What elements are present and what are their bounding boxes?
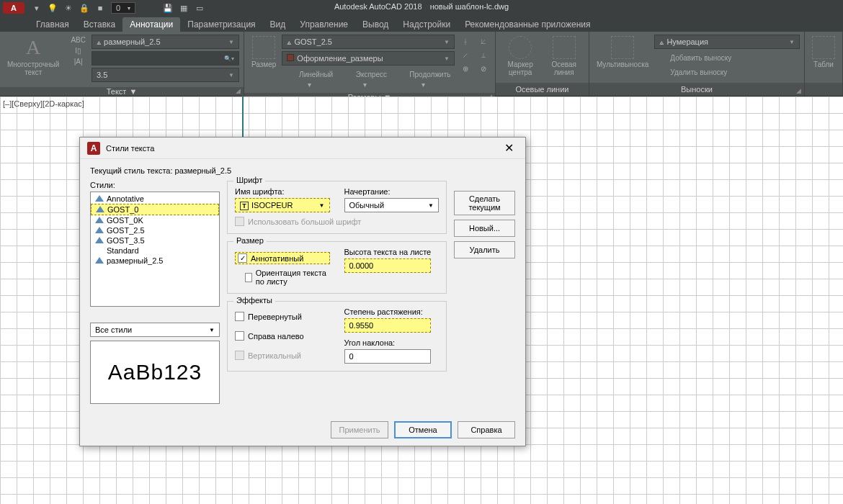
continue-btn[interactable]: Продолжить ▾ [393, 68, 455, 90]
dim-layer-drop[interactable]: Оформление_размеры▼ [282, 51, 455, 66]
ribbon: AМногострочный текст ABC I▯ |A| ⟁ размер… [0, 32, 843, 96]
panel-table-label [805, 83, 842, 96]
panel-axis-label: Осевые линии [496, 83, 589, 96]
square-icon[interactable]: ■ [94, 2, 106, 14]
remove-leader-btn[interactable]: Удалить выноску [654, 66, 800, 80]
cancel-button[interactable]: Отмена [394, 421, 452, 438]
annotative-checkbox[interactable]: ✓Аннотативный [235, 252, 330, 264]
height-label: Высота текста на листе [344, 248, 440, 256]
vertical-checkbox: Вертикальный [235, 351, 330, 360]
center-line-button[interactable]: Осевая линия [543, 35, 584, 78]
tab-аннотации[interactable]: Аннотации [122, 17, 180, 32]
save-icon[interactable]: 💾 [162, 2, 174, 14]
app-logo[interactable]: A [3, 2, 24, 14]
current-style-label: Текущий стиль текста: размерный_2.5 [90, 166, 515, 175]
orient-checkbox[interactable]: Ориентация текста по листу [245, 269, 330, 286]
tab-главная[interactable]: Главная [29, 17, 76, 32]
dim-icon2[interactable]: ⟋ [459, 50, 472, 60]
styles-listbox[interactable]: AnnotativeGOST_0GOST_0KGOST_2.5GOST_3.5S… [90, 192, 220, 307]
leader-style-drop[interactable]: ⟁ Нумерация▼ [654, 35, 800, 49]
lock-icon[interactable]: 🔒 [79, 2, 90, 14]
tab-вставка[interactable]: Вставка [76, 17, 123, 32]
text-icon3[interactable]: |A| [68, 56, 89, 67]
style-item[interactable]: GOST_0K [91, 215, 219, 225]
bulb-icon[interactable]: 💡 [47, 2, 58, 14]
misc-icon[interactable]: ▭ [194, 2, 205, 14]
style-item[interactable]: Standard [91, 246, 219, 256]
angle-input[interactable]: 0 [344, 349, 431, 364]
tab-надстройки[interactable]: Надстройки [396, 17, 458, 32]
dialog-logo-icon: A [87, 142, 100, 155]
dim-style-drop[interactable]: ⟁ GOST_2.5▼ [282, 35, 455, 49]
style-item[interactable]: размерный_2.5 [91, 256, 219, 266]
qat-spin[interactable]: 0▾ [111, 2, 135, 14]
style-preview: AaBb123 [90, 341, 220, 404]
find-drop[interactable]: 🔍▾ [92, 51, 239, 66]
size-group-label: Размер [233, 236, 267, 245]
height-input[interactable]: 0.0000 [344, 258, 431, 273]
width-label: Степень растяжения: [344, 307, 440, 316]
add-leader-btn[interactable]: Добавить выноску [654, 51, 800, 66]
new-button[interactable]: Новый... [454, 220, 515, 237]
center-mark-button[interactable]: Маркер центра [500, 35, 541, 78]
upside-checkbox[interactable]: Перевернутый [235, 312, 330, 321]
tab-рекомендованные приложения[interactable]: Рекомендованные приложения [458, 17, 597, 32]
mtext-button[interactable]: AМногострочный текст [4, 35, 62, 78]
effects-group-label: Эффекты [233, 296, 275, 305]
close-icon[interactable]: ✕ [500, 141, 518, 155]
height-drop[interactable]: 3.5▼ [92, 68, 239, 82]
text-style-dialog: A Стили текста ✕ Текущий стиль текста: р… [79, 137, 526, 446]
font-name-label: Имя шрифта: [235, 187, 330, 196]
width-input[interactable]: 0.9550 [344, 318, 431, 333]
font-style-label: Начертание: [344, 187, 440, 196]
viewport-controls[interactable]: [–][Сверху][2D-каркас] [3, 99, 84, 108]
rtl-checkbox[interactable]: Справа налево [235, 331, 330, 341]
dialog-title: Стили текста [106, 144, 154, 153]
tab-параметризация[interactable]: Параметризация [180, 17, 262, 32]
angle-label: Угол наклона: [344, 338, 440, 347]
panel-text-label[interactable]: Текст ▼◢ [0, 87, 244, 96]
apply-button[interactable]: Применить [331, 421, 388, 438]
sun-icon[interactable]: ☀ [63, 2, 74, 14]
dim-icon4[interactable]: ⟀ [478, 36, 489, 47]
qat-icon[interactable]: ▾ [31, 2, 43, 14]
abc-icon[interactable]: ABC [68, 35, 89, 45]
style-item[interactable]: Annotative [91, 194, 219, 204]
style-item[interactable]: GOST_3.5 [91, 235, 219, 246]
dim-icon1[interactable]: ⟊ [459, 36, 472, 47]
dim-icon3[interactable]: ⊕ [459, 63, 472, 74]
style-filter-drop[interactable]: Все стили▼ [90, 323, 220, 337]
table-button[interactable]: Табли [809, 35, 838, 70]
grid-icon[interactable]: ▦ [178, 2, 189, 14]
bigfont-checkbox: Использовать большой шрифт [235, 217, 439, 226]
ribbon-tabs: ГлавнаяВставкаАннотацииПараметризацияВид… [0, 16, 843, 32]
style-item[interactable]: GOST_0 [91, 204, 219, 215]
dim-icon5[interactable]: ⟂ [478, 50, 489, 60]
set-current-button[interactable]: Сделать текущим [454, 191, 515, 215]
express-btn[interactable]: Экспресс ▾ [339, 68, 391, 90]
tab-вид[interactable]: Вид [263, 17, 293, 32]
text-style-drop[interactable]: ⟁ размерный_2.5▼ [92, 35, 239, 49]
font-name-drop[interactable]: TISOCPEUR▼ [235, 198, 330, 212]
styles-heading: Стили: [90, 181, 220, 189]
dimension-button[interactable]: Размер [249, 35, 279, 70]
linear-btn[interactable]: Линейный ▾ [282, 68, 337, 90]
text-icon2[interactable]: I▯ [68, 45, 89, 56]
tab-вывод[interactable]: Вывод [355, 17, 396, 32]
tab-управление[interactable]: Управление [293, 17, 355, 32]
qat-sep [140, 2, 158, 14]
help-button[interactable]: Справка [458, 421, 515, 438]
mleader-button[interactable]: Мультивыноска [594, 35, 651, 70]
panel-leader-label[interactable]: Выноски◢ [589, 83, 804, 96]
font-group-label: Шрифт [233, 176, 265, 184]
font-style-drop[interactable]: Обычный▼ [344, 198, 440, 212]
dim-icon6[interactable]: ⊘ [478, 63, 489, 74]
delete-button[interactable]: Удалить [454, 241, 515, 258]
style-item[interactable]: GOST_2.5 [91, 225, 219, 235]
